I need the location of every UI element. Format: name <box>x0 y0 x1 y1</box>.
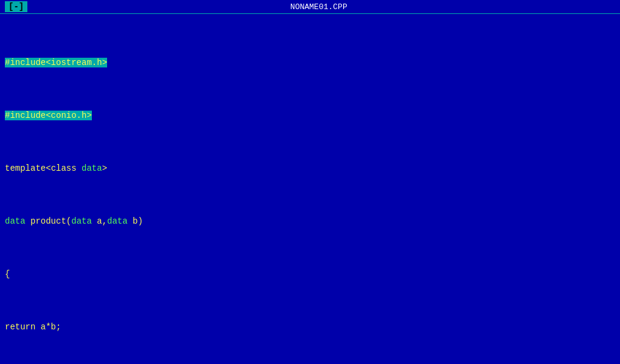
title-bar-left-label: [-] <box>5 1 27 12</box>
code-line-4: data product(data a,data b) <box>5 215 615 228</box>
title-bar-center-label: NONAME01.CPP <box>290 2 347 12</box>
return-expr: a*b; <box>41 322 61 332</box>
param-type-a: data <box>71 216 92 226</box>
param-b: b) <box>128 216 143 226</box>
kw-class: class <box>51 163 82 173</box>
kw-template-close: > <box>102 163 107 173</box>
kw-data-type: data <box>82 163 102 173</box>
func-name: product( <box>26 216 72 226</box>
title-bar-spacer <box>610 2 615 12</box>
include-conio: #include<conio.h> <box>5 111 92 120</box>
editor-container: [-] NONAME01.CPP #include<iostream.h> #i… <box>0 0 620 364</box>
code-line-1: #include<iostream.h> <box>5 56 615 69</box>
return-type: data <box>5 216 26 226</box>
return-stmt: return <box>5 322 41 332</box>
title-bar: [-] NONAME01.CPP <box>0 0 620 14</box>
code-line-2: #include<conio.h> <box>5 109 615 122</box>
code-line-3: template<class data> <box>5 162 615 175</box>
open-brace-1: { <box>5 269 10 279</box>
code-line-5: { <box>5 267 615 281</box>
code-line-6: return a*b; <box>5 320 615 334</box>
code-area[interactable]: #include<iostream.h> #include<conio.h> t… <box>0 14 620 364</box>
param-type-b: data <box>107 216 128 226</box>
kw-template: template< <box>5 163 51 173</box>
include-iostream: #include<iostream.h> <box>5 58 107 67</box>
param-a: a, <box>92 216 107 226</box>
